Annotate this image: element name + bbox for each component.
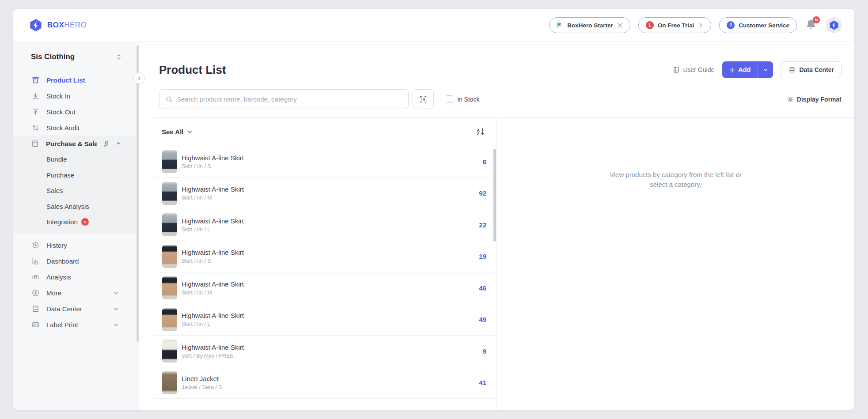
free-trial-pill[interactable]: 1 On Free Trial [638, 17, 712, 33]
notification-badge: N [813, 16, 820, 23]
sidebar-item-sales-analysis[interactable]: Sales Analysis [13, 199, 139, 215]
list-scrollbar[interactable] [493, 149, 496, 242]
sort-az-icon: AZ [477, 128, 480, 136]
close-icon[interactable] [617, 23, 623, 28]
product-quantity: 41 [479, 379, 486, 386]
search-icon [166, 96, 173, 103]
trial-badge-icon: 1 [646, 21, 654, 29]
display-format-label: Display Format [797, 96, 841, 103]
plan-pill[interactable]: BoxHero Starter [549, 17, 630, 33]
barcode-scan-button[interactable] [413, 89, 434, 109]
sub-item-label: Sales Analysis [46, 203, 89, 210]
sidebar-item-integration[interactable]: Integration N [13, 214, 139, 230]
sidebar-item-purchase[interactable]: Purchase [13, 167, 139, 183]
boxhero-hexagon-icon [29, 18, 43, 32]
product-thumbnail [162, 340, 177, 362]
sidebar-nav: Product List Stock In Stock Out [13, 72, 139, 333]
sidebar-item-stock-audit[interactable]: Stock Audit [13, 120, 139, 136]
product-row[interactable]: Highwaist A-line SkirtSkirt / lin / M 46 [154, 272, 497, 304]
user-guide-label: User Guide [683, 66, 714, 73]
sidebar-item-label: Stock Out [46, 108, 76, 116]
product-thumbnail [162, 245, 177, 268]
product-quantity: 19 [479, 253, 486, 260]
chevron-down-icon [113, 322, 119, 328]
sidebar-item-label: Analysis [46, 273, 71, 281]
chevron-down-icon [113, 306, 119, 312]
topbar-actions: BoxHero Starter 1 On Free Trial ? Custom… [549, 17, 842, 33]
workspace-avatar[interactable] [826, 17, 842, 33]
product-name: Highwaist A-line Skirt [182, 249, 244, 256]
sidebar-scrollbar[interactable] [136, 45, 139, 342]
add-button[interactable]: Add [722, 61, 758, 78]
add-label: Add [738, 66, 750, 73]
list-toolbar: See All AZ [154, 118, 497, 146]
product-thumbnail [162, 276, 177, 299]
product-name: Highwaist A-line Skirt [182, 154, 244, 162]
sidebar-item-label: Dashboard [46, 257, 79, 265]
search-box [159, 89, 409, 109]
question-icon: ? [727, 21, 735, 29]
notifications-button[interactable]: N [805, 18, 818, 32]
sidebar-item-analysis[interactable]: Analysis [13, 269, 139, 285]
chevron-up-icon [116, 141, 121, 146]
data-center-button[interactable]: Data Center [781, 61, 841, 78]
sub-item-label: Integration [46, 218, 78, 226]
history-icon [31, 241, 40, 250]
sidebar-item-product-list[interactable]: Product List [13, 72, 139, 88]
product-thumbnail [162, 371, 177, 394]
product-thumbnail [162, 150, 177, 173]
data-center-label: Data Center [799, 66, 834, 73]
product-row[interactable]: Highwaist A-line Skirtskirt / By.myo / F… [154, 336, 497, 367]
brand-logo[interactable]: BOXHERO [29, 18, 87, 32]
sub-item-label: Purchase [46, 171, 74, 179]
sidebar-item-label: Stock Audit [46, 124, 80, 132]
sidebar-item-label: Label Print [46, 321, 78, 328]
app-window: BOXHERO BoxHero Starter 1 On Free Trial [13, 9, 854, 410]
sort-arrow-icon [480, 128, 485, 136]
sidebar-item-label: Purchase & Sales [46, 140, 97, 147]
sidebar-item-label-print[interactable]: Label Print [13, 317, 139, 333]
sidebar-collapse-button[interactable] [133, 72, 145, 84]
category-dropdown[interactable]: See All [162, 128, 193, 136]
purchase-sales-group: Purchase & Sales β Bundle Purchase Sales… [13, 136, 139, 234]
sidebar-item-dashboard[interactable]: Dashboard [13, 253, 139, 269]
product-row[interactable]: Highwaist A-line SkirtSkirt / lin / L 49 [154, 304, 497, 336]
page-title: Product List [159, 63, 226, 77]
user-guide-link[interactable]: User Guide [673, 66, 714, 73]
in-stock-filter[interactable]: In Stock [446, 95, 480, 103]
product-spec: Skirt / lin / S [182, 163, 244, 170]
product-row[interactable]: Linen JacketJacket / Sera / S 41 [154, 367, 497, 399]
sidebar-item-history[interactable]: History [13, 238, 139, 253]
add-dropdown-button[interactable] [758, 61, 773, 78]
sort-button[interactable]: AZ [477, 128, 485, 136]
sidebar-item-bundle[interactable]: Bundle [13, 151, 139, 167]
sidebar-item-purchase-sales[interactable]: Purchase & Sales β [13, 136, 139, 151]
sidebar-item-more[interactable]: More [13, 285, 139, 301]
product-row[interactable]: Highwaist A-line SkirtSkirt / lin / S 19 [154, 241, 497, 273]
product-list-icon [31, 75, 40, 84]
product-spec: Skirt / lin / M [182, 290, 244, 296]
sidebar-item-stock-in[interactable]: Stock In [13, 88, 139, 104]
product-spec: skirt / By.myo / FREE [182, 353, 244, 359]
eye-icon [31, 273, 40, 282]
search-input[interactable] [177, 95, 402, 103]
product-quantity: 6 [483, 158, 486, 166]
sidebar-item-label: History [46, 242, 67, 249]
display-format-button[interactable]: Display Format [787, 96, 841, 103]
sidebar-item-data-center[interactable]: Data Center [13, 301, 139, 317]
product-thumbnail [162, 182, 177, 205]
stock-out-icon [31, 107, 40, 116]
product-row[interactable]: Highwaist A-line SkirtSkirt / lin / L 22 [154, 209, 497, 241]
product-spec: Skirt / lin / L [182, 226, 244, 233]
customer-service-pill[interactable]: ? Customer Service [719, 17, 797, 33]
product-row[interactable]: Highwaist A-line SkirtSkirt / lin / S 6 [154, 146, 497, 178]
in-stock-checkbox[interactable] [446, 95, 453, 103]
filter-row: In Stock Display Format [159, 89, 841, 109]
product-quantity: 92 [479, 189, 486, 197]
stock-audit-icon [31, 123, 40, 132]
free-trial-label: On Free Trial [658, 22, 694, 29]
sidebar-item-sales[interactable]: Sales [13, 183, 139, 199]
sidebar-item-stock-out[interactable]: Stock Out [13, 104, 139, 120]
product-row[interactable]: Highwaist A-line SkirtSkirt / lin / M 92 [154, 178, 497, 210]
workspace-selector[interactable]: Sis Clothing [13, 42, 139, 72]
